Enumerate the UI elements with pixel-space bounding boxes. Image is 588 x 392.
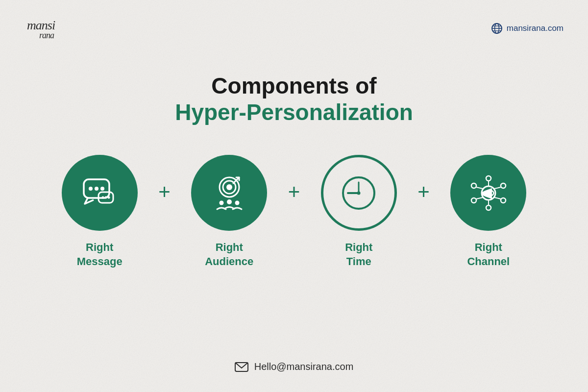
label-audience: Right Audience [205,241,253,269]
title-line1: Components of [175,73,413,99]
svg-point-8 [89,187,93,191]
channel-icon [469,173,508,213]
svg-point-20 [219,200,223,205]
header: mansi rana mansirana.com [0,0,588,43]
clock-icon [339,173,378,213]
svg-point-32 [471,183,476,188]
svg-line-35 [494,197,501,199]
components-row: Right Message + [46,155,542,269]
circle-audience [191,155,267,231]
svg-point-21 [235,200,239,205]
plus-3: + [417,180,430,204]
plus-1: + [158,180,171,204]
circle-message [62,155,138,231]
component-audience: Right Audience [175,155,283,269]
svg-point-31 [471,198,476,203]
component-channel: Right Channel [435,155,542,269]
svg-line-34 [494,187,501,189]
label-channel: Right Channel [467,241,510,269]
label-time: Right Time [345,241,372,269]
svg-text:rana: rana [39,30,54,40]
email-icon [235,362,248,372]
svg-point-30 [486,205,491,210]
svg-point-29 [501,198,506,203]
title-line2: Hyper-Personalization [175,99,413,125]
svg-line-37 [476,197,483,199]
component-time: Right Time [305,155,413,269]
globe-icon [491,23,503,34]
svg-point-13 [105,196,107,198]
plus-2: + [288,180,300,204]
svg-point-9 [95,187,98,191]
email-address: Hello@mansirana.com [254,361,354,372]
svg-point-17 [226,184,232,190]
page-wrapper: mansi rana mansirana.com Components of H… [0,0,588,392]
main-title: Components of Hyper-Personalization [175,73,413,125]
svg-point-12 [102,196,104,198]
website-link: mansirana.com [491,23,564,34]
label-message: Right Message [77,241,122,269]
svg-point-19 [227,199,232,204]
svg-point-27 [486,176,491,181]
svg-point-10 [100,187,104,191]
chat-icon [80,173,119,213]
footer: Hello@mansirana.com [235,361,354,372]
svg-point-14 [108,196,110,198]
website-label: mansirana.com [507,24,564,33]
component-message: Right Message [46,155,153,269]
svg-line-38 [476,187,483,189]
svg-point-28 [501,183,506,188]
target-icon [210,173,249,213]
circle-time [321,155,397,231]
circle-channel [450,155,526,231]
logo: mansi rana [24,14,78,43]
